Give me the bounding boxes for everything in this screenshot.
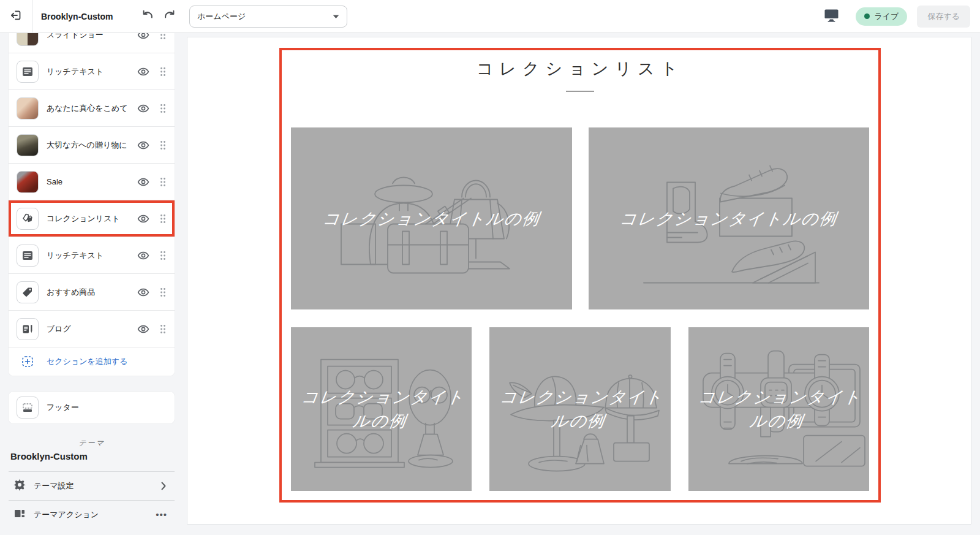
drag-handle-icon[interactable]: [159, 177, 167, 187]
drag-handle-icon[interactable]: [159, 104, 167, 113]
chevron-right-icon: [161, 482, 171, 490]
section-thumbnail: [17, 134, 39, 156]
sidebar-item-label: スライドショー: [47, 33, 128, 40]
eye-icon[interactable]: [136, 139, 151, 151]
sidebar-item-label: おすすめ商品: [47, 287, 128, 298]
eye-icon[interactable]: [136, 213, 151, 225]
eye-icon[interactable]: [136, 286, 151, 298]
drag-handle-icon[interactable]: [159, 251, 167, 260]
add-section-icon: [17, 351, 39, 373]
tag-icon: [17, 281, 39, 303]
selected-section-highlight[interactable]: コレクションリスト: [279, 48, 881, 503]
undo-button[interactable]: [138, 7, 157, 26]
sidebar-item-label: フッター: [47, 402, 167, 413]
desktop-preview-button[interactable]: [822, 7, 840, 26]
sections-sidebar: スライドショー リッチテキスト あなたに真心をこめて 大切な方への贈り物に Sa…: [9, 33, 175, 528]
collection-tile-bags[interactable]: コレクションタイトルの例: [291, 127, 572, 309]
sidebar-item-sale[interactable]: Sale: [9, 164, 175, 200]
sidebar-item-collection-list[interactable]: コレクションリスト: [9, 200, 175, 237]
topbar: Brooklyn-Custom ホームページ ライブ 保存する: [0, 0, 980, 33]
sidebar-item-blog[interactable]: ブログ: [9, 311, 175, 347]
page-selector-value: ホームページ: [197, 11, 333, 22]
theme-actions-button[interactable]: テーマアクション •••: [9, 500, 175, 528]
rich-text-icon: [17, 245, 39, 267]
monitor-icon: [824, 9, 839, 25]
theme-meta: テーマ Brooklyn-Custom: [9, 438, 175, 461]
sections-list: スライドショー リッチテキスト あなたに真心をこめて 大切な方への贈り物に Sa…: [9, 33, 175, 376]
eye-icon[interactable]: [136, 66, 151, 78]
drag-handle-icon[interactable]: [159, 287, 167, 297]
collection-list-title: コレクションリスト: [282, 58, 878, 80]
blog-icon: [17, 318, 39, 340]
sidebar-item-rich-text[interactable]: リッチテキスト: [9, 53, 175, 90]
collection-tiles: コレクションタイトルの例: [291, 127, 869, 491]
theme-meta-name: Brooklyn-Custom: [10, 451, 173, 461]
sidebar-item-label: あなたに真心をこめて: [47, 103, 128, 114]
sidebar-item-rich-text-2[interactable]: リッチテキスト: [9, 237, 175, 274]
eye-icon[interactable]: [136, 249, 151, 262]
sidebar-item-label: コレクションリスト: [47, 213, 128, 224]
theme-preview-canvas: コレクションリスト: [187, 37, 971, 525]
save-button[interactable]: 保存する: [917, 6, 970, 28]
theme-actions-label: テーマアクション: [34, 509, 148, 520]
theme-settings-label: テーマ設定: [34, 480, 153, 491]
sidebar-item-heartfelt[interactable]: あなたに真心をこめて: [9, 90, 175, 127]
eye-icon[interactable]: [136, 176, 151, 188]
collection-tile-glasses[interactable]: コレクションタイトルの例: [291, 327, 472, 491]
sidebar-item-label: リッチテキスト: [47, 250, 128, 261]
collection-tile-title: コレクションタイトルの例: [619, 207, 839, 230]
live-badge-label: ライブ: [874, 11, 899, 22]
sidebar-item-label: Sale: [47, 177, 128, 186]
sidebar-item-gift[interactable]: 大切な方への贈り物に: [9, 127, 175, 164]
theme-name-title: Brooklyn-Custom: [32, 12, 137, 21]
back-button[interactable]: [0, 0, 32, 32]
collection-tile-title: コレクションタイトルの例: [295, 385, 468, 433]
collection-tile-title: コレクションタイトルの例: [321, 207, 541, 230]
section-thumbnail: [17, 97, 39, 120]
theme-settings-button[interactable]: テーマ設定: [9, 472, 175, 500]
sidebar-item-featured-product[interactable]: おすすめ商品: [9, 274, 175, 311]
caret-down-icon: [333, 12, 339, 21]
title-divider: [566, 91, 594, 92]
rich-text-icon: [17, 61, 39, 83]
drag-handle-icon[interactable]: [159, 214, 167, 224]
collection-tile-shoes[interactable]: コレクションタイトルの例: [589, 127, 870, 309]
more-horizontal-icon[interactable]: •••: [156, 509, 171, 520]
live-dot-icon: [864, 13, 870, 19]
theme-actions-icon: [13, 507, 26, 522]
undo-icon: [140, 8, 155, 25]
collection-tile-watches[interactable]: コレクションタイトルの例: [688, 327, 869, 491]
sidebar-item-label: ブログ: [47, 324, 128, 335]
add-section-button[interactable]: セクションを追加する: [9, 347, 175, 376]
live-status-badge: ライブ: [856, 7, 907, 26]
eye-icon[interactable]: [136, 102, 151, 115]
redo-icon: [162, 8, 177, 25]
redo-button[interactable]: [160, 7, 179, 26]
collection-tags-icon: [17, 208, 39, 230]
sidebar-item-label: リッチテキスト: [47, 66, 128, 77]
theme-meta-heading: テーマ: [10, 438, 173, 449]
sidebar-item-footer[interactable]: フッター: [9, 392, 175, 423]
collection-tile-title: コレクションタイトルの例: [692, 385, 865, 433]
add-section-label: セクションを追加する: [47, 356, 167, 367]
gear-icon: [13, 479, 26, 493]
drag-handle-icon[interactable]: [159, 33, 167, 40]
eye-icon[interactable]: [136, 33, 151, 41]
drag-handle-icon[interactable]: [159, 67, 167, 77]
section-thumbnail: [17, 33, 39, 46]
exit-icon: [9, 9, 23, 25]
drag-handle-icon[interactable]: [159, 140, 167, 150]
sidebar-item-label: 大切な方への贈り物に: [47, 140, 128, 151]
page-selector-dropdown[interactable]: ホームページ: [189, 6, 347, 28]
drag-handle-icon[interactable]: [159, 324, 167, 334]
eye-icon[interactable]: [136, 323, 151, 335]
collection-tile-title: コレクションタイトルの例: [493, 385, 666, 433]
collection-tile-hats[interactable]: コレクションタイトルの例: [489, 327, 670, 491]
section-thumbnail: [17, 171, 39, 193]
footer-icon: [17, 397, 39, 419]
sidebar-item-slideshow[interactable]: スライドショー: [9, 33, 175, 53]
